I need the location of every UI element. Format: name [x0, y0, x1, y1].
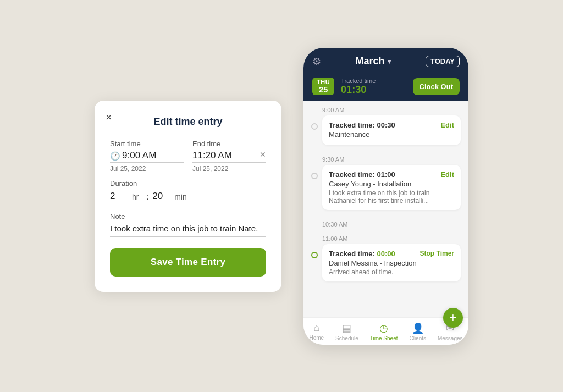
end-time-field: End time 11:20 AM ✕ Jul 25, 2022 [192, 140, 266, 173]
start-date-label: Jul 25, 2022 [110, 165, 184, 173]
phone-body: 9:00 AM Tracked time: 00:30 Edit Mainten… [303, 101, 468, 317]
entry-tracked-1: Tracked time: 00:30 [329, 121, 395, 129]
timeline-dot-2 [311, 173, 318, 179]
scene: × Edit time entry Start time 🕐 9:00 AM J… [0, 0, 563, 392]
end-time-input-wrap: 11:20 AM ✕ [192, 150, 266, 163]
time-slot-label-4: 11:00 AM [311, 230, 461, 244]
save-button[interactable]: Save Time Entry [110, 248, 266, 277]
start-time-input-wrap: 🕐 9:00 AM [110, 150, 184, 163]
end-time-clear-icon[interactable]: ✕ [260, 150, 266, 159]
entry-job-2: Casey Young - Installation [329, 180, 454, 188]
timesheet-icon: ◷ [379, 322, 388, 334]
modal-title: Edit time entry [110, 116, 266, 128]
chevron-down-icon: ▾ [388, 58, 391, 65]
phone-mockup: ⚙ March ▾ TODAY THU 25 Tracked time 01:3… [303, 48, 468, 345]
timeline-dot-1 [311, 123, 318, 130]
nav-item-schedule[interactable]: ▤ Schedule [335, 322, 358, 341]
nav-item-home[interactable]: ⌂ Home [309, 322, 324, 341]
phone-header: ⚙ March ▾ TODAY [303, 48, 468, 73]
timeline-item-1: Tracked time: 00:30 Edit Maintenance [311, 115, 461, 148]
nav-label-timesheet: Time Sheet [370, 335, 398, 341]
nav-label-clients: Clients [409, 335, 426, 341]
start-time-label: Start time [110, 140, 184, 148]
tracked-time-label: Tracked time [341, 78, 412, 84]
entry-card-4: Tracked time: 00:00 Stop Timer Daniel Me… [322, 244, 461, 281]
clients-icon: 👤 [412, 322, 424, 334]
fab-add-button[interactable]: + [443, 308, 463, 328]
timeline: 9:00 AM Tracked time: 00:30 Edit Mainten… [303, 101, 468, 285]
nav-item-timesheet[interactable]: ◷ Time Sheet [370, 322, 398, 341]
entry-note-2: I took extra time on this job to train N… [329, 189, 454, 205]
note-value[interactable]: I took extra time on this job to train N… [110, 224, 266, 237]
entry-card-header-1: Tracked time: 00:30 Edit [329, 121, 454, 129]
day-badge: THU 25 [312, 78, 334, 96]
nav-label-schedule: Schedule [335, 335, 358, 341]
end-date-label: Jul 25, 2022 [192, 165, 266, 173]
time-slot-label-1: 9:00 AM [311, 101, 461, 115]
nav-label-home: Home [309, 335, 324, 341]
time-fields-row: Start time 🕐 9:00 AM Jul 25, 2022 End ti… [110, 140, 266, 173]
start-time-field: Start time 🕐 9:00 AM Jul 25, 2022 [110, 140, 184, 173]
duration-inputs: 2 hr : 20 min [110, 191, 266, 203]
duration-hours-value[interactable]: 2 [110, 191, 130, 203]
close-button[interactable]: × [106, 112, 112, 123]
today-button[interactable]: TODAY [426, 56, 460, 67]
entry-card-header-4: Tracked time: 00:00 Stop Timer [329, 250, 454, 258]
edit-link-1[interactable]: Edit [440, 121, 454, 129]
entry-card-1: Tracked time: 00:30 Edit Maintenance [322, 115, 461, 145]
end-time-value[interactable]: 11:20 AM [192, 150, 266, 163]
note-section: Note I took extra time on this job to tr… [110, 212, 266, 237]
timeline-dot-4 [311, 252, 318, 258]
stop-timer-link[interactable]: Stop Timer [420, 250, 454, 257]
note-label: Note [110, 212, 266, 220]
entry-card-header-2: Tracked time: 01:00 Edit [329, 170, 454, 179]
entry-tracked-2: Tracked time: 01:00 [329, 170, 395, 179]
month-title[interactable]: March ▾ [355, 56, 391, 67]
nav-label-messages: Messages [438, 335, 463, 341]
entry-job-4: Daniel Messina - Inspection [329, 259, 454, 267]
day-number: 25 [319, 85, 328, 95]
end-time-label: End time [192, 140, 266, 148]
timeline-item-2: Tracked time: 01:00 Edit Casey Young - I… [311, 165, 461, 213]
timeline-item-4: Tracked time: 00:00 Stop Timer Daniel Me… [311, 244, 461, 285]
time-slot-label-2: 9:30 AM [311, 151, 461, 165]
tracked-time-value: 01:30 [341, 84, 412, 96]
home-icon: ⌂ [313, 322, 319, 334]
time-slot-label-3: 10:30 AM [311, 216, 461, 230]
duration-label: Duration [110, 179, 266, 187]
duration-colon: : [146, 191, 149, 202]
edit-modal: × Edit time entry Start time 🕐 9:00 AM J… [95, 101, 282, 292]
month-label: March [355, 56, 384, 67]
schedule-icon: ▤ [342, 322, 351, 334]
duration-minutes-value[interactable]: 20 [152, 191, 172, 203]
duration-hours-unit: hr [132, 192, 139, 201]
gear-icon[interactable]: ⚙ [312, 56, 321, 68]
entry-tracked-4: Tracked time: 00:00 [329, 250, 395, 258]
duration-minutes-unit: min [174, 192, 187, 201]
clock-out-button[interactable]: Clock Out [413, 78, 460, 95]
duration-row: Duration 2 hr : 20 min [110, 179, 266, 203]
edit-link-2[interactable]: Edit [440, 170, 454, 179]
clock-icon: 🕐 [110, 151, 120, 161]
phone-nav: ⌂ Home ▤ Schedule ◷ Time Sheet 👤 Clients… [303, 317, 468, 345]
entry-card-2: Tracked time: 01:00 Edit Casey Young - I… [322, 165, 461, 210]
day-bar: THU 25 Tracked time 01:30 Clock Out [303, 73, 468, 101]
entry-note-4: Arrived ahead of time. [329, 268, 454, 276]
tracked-info: Tracked time 01:30 [341, 78, 412, 96]
nav-item-clients[interactable]: 👤 Clients [409, 322, 426, 341]
start-time-value[interactable]: 9:00 AM [110, 150, 184, 163]
entry-job-1: Maintenance [329, 130, 454, 139]
day-name: THU [317, 79, 330, 85]
